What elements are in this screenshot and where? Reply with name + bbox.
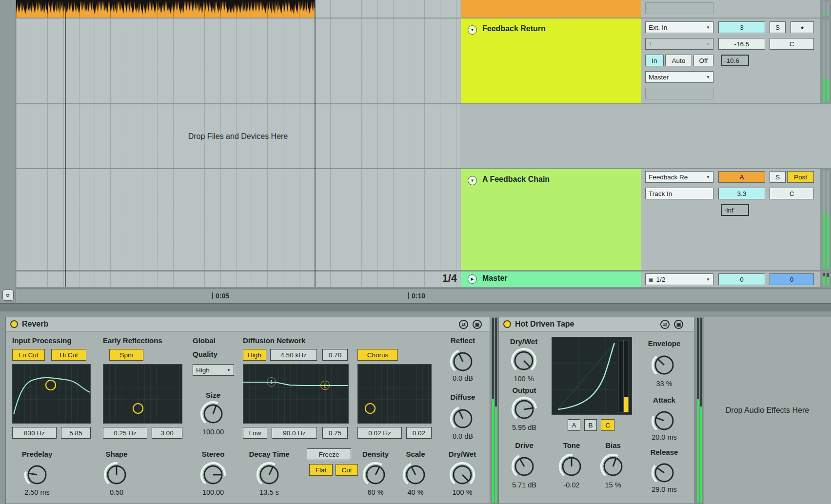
spin-amount-box[interactable]: 3.00 (152, 427, 182, 439)
track-header-master[interactable]: ▶ Master (461, 271, 641, 287)
chorus-rate-box[interactable]: 0.02 Hz (357, 427, 402, 439)
track-header-feedback-return[interactable]: ▼ Feedback Return (461, 19, 641, 103)
bias-knob[interactable] (599, 453, 627, 480)
solo-button[interactable]: S (770, 21, 786, 33)
shape-knob[interactable] (103, 461, 130, 488)
save-preset-icon[interactable]: ▣ (674, 320, 683, 329)
release-knob[interactable] (651, 459, 678, 486)
input-type-dropdown[interactable]: Feedback Re ▼ (645, 171, 713, 183)
size-value[interactable]: 100.00 (189, 428, 237, 436)
hi-cut-button[interactable]: Hi Cut (51, 349, 86, 361)
hot-swap-icon[interactable]: ⇄ (459, 320, 468, 329)
flat-button[interactable]: Flat (309, 464, 333, 476)
send-amount-box[interactable]: 3.3 (718, 188, 765, 199)
scale-knob[interactable] (402, 461, 429, 488)
diffusion-node-1[interactable]: 1 (267, 377, 276, 387)
drive-knob[interactable] (511, 453, 538, 480)
reflect-value[interactable]: 0.0 dB (438, 374, 487, 382)
monitor-off-button[interactable]: Off (693, 55, 713, 66)
save-preset-icon[interactable]: ▣ (473, 320, 482, 329)
send-amount-box[interactable]: 3 (718, 21, 765, 33)
quality-dropdown[interactable]: High ▼ (193, 364, 234, 376)
predelay-knob[interactable] (23, 461, 51, 488)
attack-knob[interactable] (651, 407, 678, 434)
transfer-curve-display[interactable] (552, 337, 632, 415)
lo-cut-button[interactable]: Lo Cut (12, 349, 45, 361)
monitor-box[interactable]: Track In (645, 188, 713, 199)
insert-marker[interactable] (315, 0, 316, 287)
device-title-bar[interactable]: Reverb ⇄ ▣ (6, 317, 490, 331)
loop-start-marker[interactable] (65, 0, 66, 287)
attack-value[interactable]: 20.0 ms (640, 433, 689, 441)
drive-value[interactable]: 5.71 dB (500, 481, 549, 489)
pan-box[interactable]: C (770, 188, 814, 199)
input-q-box[interactable]: 5.85 (61, 427, 91, 439)
grid-quantize-value[interactable]: 1/4 (415, 272, 457, 285)
scroll-widget-button[interactable]: » (2, 290, 14, 301)
input-freq-box[interactable]: 830 Hz (12, 427, 57, 439)
arrangement-grid[interactable] (16, 271, 460, 287)
diffusion-hi-q-box[interactable]: 0.70 (322, 349, 348, 361)
diffusion-hi-freq-box[interactable]: 4.50 kHz (270, 349, 317, 361)
diffuse-value[interactable]: 0.0 dB (438, 432, 487, 440)
release-value[interactable]: 29.0 ms (640, 485, 689, 493)
pan-box[interactable]: C (770, 38, 814, 50)
density-knob[interactable] (362, 461, 389, 488)
arrangement-grid[interactable] (16, 169, 460, 270)
diffuse-knob[interactable] (449, 405, 476, 432)
stereo-value[interactable]: 100.00 (189, 488, 237, 496)
input-channel-dropdown[interactable]: 1 ▼ (645, 38, 713, 50)
diffusion-lo-freq-box[interactable]: 90.0 Hz (272, 427, 317, 439)
stereo-knob[interactable] (199, 461, 227, 488)
predelay-value[interactable]: 2.50 ms (13, 488, 61, 496)
fold-track-button[interactable]: ▶ (468, 274, 477, 284)
input-filter-display[interactable] (12, 364, 91, 424)
output-knob[interactable] (511, 396, 538, 423)
audio-clip-waveform[interactable] (16, 0, 315, 18)
dry-wet-value[interactable]: 100 % (438, 488, 487, 496)
panel-divider[interactable] (0, 303, 831, 311)
freeze-button[interactable]: Freeze (307, 448, 351, 460)
reflect-knob[interactable] (449, 348, 476, 375)
cue-volume-box[interactable]: 0 (718, 273, 765, 285)
input-type-dropdown[interactable]: Ext. In ▼ (645, 21, 713, 33)
diffusion-low-box[interactable]: Low (243, 427, 267, 439)
decay-time-value[interactable]: 13.5 s (245, 488, 294, 496)
output-dropdown[interactable]: Master ▼ (645, 71, 713, 83)
diffusion-lo-q-box[interactable]: 0.75 (322, 427, 348, 439)
size-knob[interactable] (199, 400, 227, 427)
arrangement-grid[interactable] (16, 19, 460, 103)
track-header-feedback-chain[interactable]: ▼ A Feedback Chain (461, 169, 641, 270)
envelope-value[interactable]: 33 % (640, 380, 689, 388)
chorus-amount-box[interactable]: 0.02 (406, 427, 432, 439)
diffusion-high-button[interactable]: High (243, 349, 266, 361)
envelope-knob[interactable] (651, 351, 678, 379)
tape-dry-wet-knob[interactable] (510, 347, 537, 374)
curve-b-button[interactable]: B (584, 419, 597, 431)
pre-post-toggle[interactable]: Post (787, 171, 814, 183)
tone-knob[interactable] (558, 453, 585, 480)
device-on-button[interactable] (503, 320, 511, 328)
bias-value[interactable]: 15 % (589, 481, 637, 489)
curve-c-button[interactable]: C (601, 419, 614, 431)
chorus-display[interactable] (357, 364, 432, 424)
early-reflections-display[interactable] (103, 364, 182, 424)
volume-box[interactable]: -16.5 (718, 38, 765, 50)
fold-track-button[interactable]: ▼ (468, 176, 477, 185)
master-volume-box[interactable]: 0 (770, 273, 814, 285)
time-ruler[interactable]: 0:05 0:10 (16, 288, 831, 303)
monitor-auto-button[interactable]: Auto (665, 55, 692, 66)
drop-effects-zone[interactable]: Drop Audio Effects Here (704, 317, 831, 504)
curve-a-button[interactable]: A (568, 419, 580, 431)
dry-wet-knob[interactable] (449, 461, 476, 488)
cut-button[interactable]: Cut (336, 464, 358, 476)
chorus-button[interactable]: Chorus (357, 349, 398, 361)
shape-value[interactable]: 0.50 (92, 488, 141, 496)
spin-button[interactable]: Spin (109, 349, 143, 361)
scale-value[interactable]: 40 % (391, 488, 440, 496)
diffusion-node-2[interactable]: 2 (320, 381, 330, 390)
device-title-bar[interactable]: Hot Driven Tape ⇄ ▣ (499, 317, 694, 331)
fold-track-button[interactable]: ▼ (468, 25, 477, 35)
spin-rate-box[interactable]: 0.25 Hz (103, 427, 147, 439)
drop-files-zone[interactable]: Drop Files and Devices Here (16, 104, 460, 168)
